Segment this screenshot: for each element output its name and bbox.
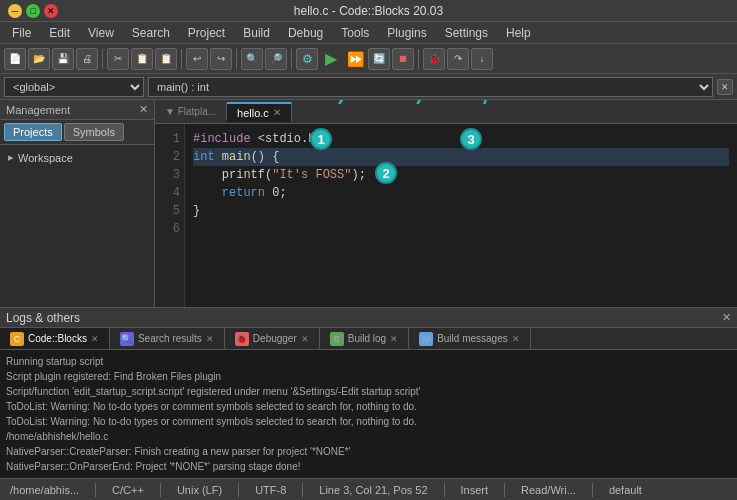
- open-file-button[interactable]: 📂: [28, 48, 50, 70]
- step-over-button[interactable]: ↷: [447, 48, 469, 70]
- log-line-6: /home/abhishek/hello.c: [6, 429, 731, 444]
- debugger-tab-close[interactable]: ✕: [301, 334, 309, 344]
- search-tab-icon: 🔍: [120, 332, 134, 346]
- status-lang: C/C++: [108, 484, 148, 496]
- copy-button[interactable]: 📋: [131, 48, 153, 70]
- function-dropdown[interactable]: main() : int: [148, 77, 713, 97]
- line-numbers: 1 2 3 4 5 6: [155, 124, 185, 307]
- save-button[interactable]: 💾: [52, 48, 74, 70]
- status-line-ending: Unix (LF): [173, 484, 226, 496]
- menu-bar: File Edit View Search Project Build Debu…: [0, 22, 737, 44]
- stop-button[interactable]: ⏹: [392, 48, 414, 70]
- menu-search[interactable]: Search: [124, 24, 178, 42]
- menu-debug[interactable]: Debug: [280, 24, 331, 42]
- debug-button[interactable]: 🐞: [423, 48, 445, 70]
- sidebar-tab-symbols[interactable]: Symbols: [64, 123, 124, 141]
- menu-project[interactable]: Project: [180, 24, 233, 42]
- log-line-2: Script plugin registered: Find Broken Fi…: [6, 369, 731, 384]
- editor-tab-start[interactable]: ▼ Flatpla...: [155, 103, 227, 120]
- codeblocks-tab-close[interactable]: ✕: [91, 334, 99, 344]
- dropdown-close-button[interactable]: ✕: [717, 79, 733, 95]
- cut-button[interactable]: ✂: [107, 48, 129, 70]
- status-position: Line 3, Col 21, Pos 52: [315, 484, 431, 496]
- logs-tabs: C Code::Blocks ✕ 🔍 Search results ✕ 🐞 De…: [0, 328, 737, 350]
- status-path: /home/abhis...: [6, 484, 83, 496]
- menu-tools[interactable]: Tools: [333, 24, 377, 42]
- toolbar-separator-2: [181, 49, 182, 69]
- log-line-1: Running startup script: [6, 354, 731, 369]
- menu-settings[interactable]: Settings: [437, 24, 496, 42]
- editor-tab-hello-c[interactable]: hello.c ✕: [227, 102, 292, 122]
- status-sep-5: [444, 483, 445, 497]
- line-num-1: 1: [159, 130, 180, 148]
- sidebar-close-icon[interactable]: ✕: [139, 103, 148, 116]
- maximize-button[interactable]: □: [26, 4, 40, 18]
- undo-button[interactable]: ↩: [186, 48, 208, 70]
- log-line-8: NativeParser::OnParserEnd: Project '*NON…: [6, 459, 731, 474]
- menu-view[interactable]: View: [80, 24, 122, 42]
- status-sep-7: [592, 483, 593, 497]
- new-file-button[interactable]: 📄: [4, 48, 26, 70]
- buildlog-tab-label: Build log: [348, 333, 386, 344]
- print-button[interactable]: 🖨: [76, 48, 98, 70]
- log-tab-buildmessages[interactable]: M Build messages ✕: [409, 328, 531, 349]
- window-title: hello.c - Code::Blocks 20.03: [58, 4, 679, 18]
- menu-plugins[interactable]: Plugins: [379, 24, 434, 42]
- debugger-tab-label: Debugger: [253, 333, 297, 344]
- log-line-7: NativeParser::CreateParser: Finish creat…: [6, 444, 731, 459]
- buildlog-tab-icon: B: [330, 332, 344, 346]
- logs-close-icon[interactable]: ✕: [722, 311, 731, 324]
- logs-header: Logs & others ✕: [0, 308, 737, 328]
- code-line-3: printf("It's FOSS");: [193, 166, 729, 184]
- search-tab-close[interactable]: ✕: [206, 334, 214, 344]
- buildlog-tab-close[interactable]: ✕: [390, 334, 398, 344]
- log-tab-search[interactable]: 🔍 Search results ✕: [110, 328, 225, 349]
- close-button[interactable]: ✕: [44, 4, 58, 18]
- status-mode: Insert: [457, 484, 493, 496]
- log-line-5: ToDoList: Warning: No to-do types or com…: [6, 414, 731, 429]
- line-num-2: 2: [159, 148, 180, 166]
- title-bar: ─ □ ✕ hello.c - Code::Blocks 20.03: [0, 0, 737, 22]
- sidebar-title: Management: [6, 104, 70, 116]
- log-line-4: ToDoList: Warning: No to-do types or com…: [6, 399, 731, 414]
- workspace-tree-item[interactable]: ▸ Workspace: [4, 149, 150, 166]
- sidebar: Management ✕ Projects Symbols ▸ Workspac…: [0, 100, 155, 307]
- code-editor[interactable]: 1 2 3 4 5 6 #include <stdio.h> int main(…: [155, 124, 737, 307]
- tab-close-icon[interactable]: ✕: [273, 107, 281, 118]
- build-run-button[interactable]: ▶: [320, 48, 342, 70]
- log-tab-buildlog[interactable]: B Build log ✕: [320, 328, 409, 349]
- scope-dropdown[interactable]: <global>: [4, 77, 144, 97]
- menu-file[interactable]: File: [4, 24, 39, 42]
- sidebar-tabs: Projects Symbols: [0, 120, 154, 145]
- code-line-4: return 0;: [193, 184, 729, 202]
- status-sep-6: [504, 483, 505, 497]
- sidebar-tab-projects[interactable]: Projects: [4, 123, 62, 141]
- buildmessages-tab-close[interactable]: ✕: [512, 334, 520, 344]
- paste-button[interactable]: 📋: [155, 48, 177, 70]
- replace-button[interactable]: 🔎: [265, 48, 287, 70]
- rebuild-button[interactable]: 🔄: [368, 48, 390, 70]
- settings-button[interactable]: ⚙: [296, 48, 318, 70]
- run-button[interactable]: ⏩: [344, 48, 366, 70]
- menu-edit[interactable]: Edit: [41, 24, 78, 42]
- tab-label: hello.c: [237, 107, 269, 119]
- line-num-3: 3: [159, 166, 180, 184]
- log-tab-codeblocks[interactable]: C Code::Blocks ✕: [0, 328, 110, 349]
- status-bar: /home/abhis... C/C++ Unix (LF) UTF-8 Lin…: [0, 478, 737, 500]
- line-num-6: 6: [159, 220, 180, 238]
- workspace-label: Workspace: [18, 152, 73, 164]
- find-button[interactable]: 🔍: [241, 48, 263, 70]
- log-tab-debugger[interactable]: 🐞 Debugger ✕: [225, 328, 320, 349]
- minimize-button[interactable]: ─: [8, 4, 22, 18]
- line-num-4: 4: [159, 184, 180, 202]
- log-line-3: Script/function 'edit_startup_script.scr…: [6, 384, 731, 399]
- toolbar-separator-5: [418, 49, 419, 69]
- redo-button[interactable]: ↪: [210, 48, 232, 70]
- code-line-1: #include <stdio.h>: [193, 130, 729, 148]
- step-into-button[interactable]: ↓: [471, 48, 493, 70]
- menu-build[interactable]: Build: [235, 24, 278, 42]
- code-content: #include <stdio.h> int main() { printf("…: [185, 124, 737, 307]
- toolbar-separator-1: [102, 49, 103, 69]
- menu-help[interactable]: Help: [498, 24, 539, 42]
- codeblocks-tab-label: Code::Blocks: [28, 333, 87, 344]
